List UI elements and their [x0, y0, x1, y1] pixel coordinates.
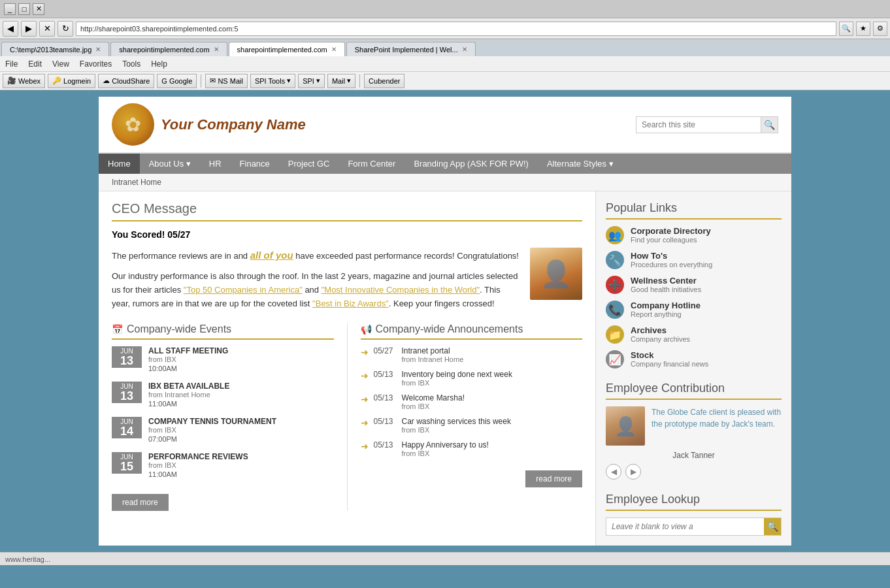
link-title-0[interactable]: Corporate Directory: [631, 226, 711, 236]
menu-view[interactable]: View: [52, 59, 69, 69]
toolbar-cubender[interactable]: Cubender: [364, 74, 404, 88]
event-time-2: 07:00PM: [148, 435, 334, 443]
address-bar[interactable]: http://sharepoint03.sharepointimplemente…: [76, 22, 836, 36]
tab-3-close[interactable]: ✕: [462, 46, 467, 53]
toolbar-cloudshare[interactable]: ☁ CloudShare: [98, 74, 154, 88]
tab-3[interactable]: SharePoint Implemented | Wel... ✕: [346, 42, 476, 56]
employee-contribution: Employee Contribution 👤 The Globe Cafe c…: [606, 382, 782, 480]
event-day-2: 14: [114, 425, 139, 437]
ceo-highlight: all of you: [250, 250, 293, 261]
announce-item-4: ➜ 05/13 Happy Anniversary to us! from IB…: [361, 440, 583, 457]
calendar-icon: 📅: [112, 324, 123, 335]
link-title-2[interactable]: Wellness Center: [631, 276, 701, 286]
ceo-photo: 👤: [530, 248, 582, 300]
toolbar-spitools[interactable]: SPI Tools ▾: [250, 74, 295, 88]
link-title-5[interactable]: Stock: [631, 350, 708, 360]
tab-1[interactable]: sharepointimplemented.com ✕: [110, 42, 227, 56]
toolbar-webex[interactable]: 🎥 Webex: [3, 74, 45, 88]
announce-item-3: ➜ 05/13 Car washing services this week f…: [361, 417, 583, 434]
el-search-btn[interactable]: 🔍: [764, 518, 781, 535]
menu-tools[interactable]: Tools: [122, 59, 140, 69]
nav-item-alternate[interactable]: Alternate Styles ▾: [538, 154, 623, 174]
event-item-1: Jun 13 IBX BETA AVAILABLE from Intranet …: [112, 382, 334, 408]
nav-item-hr[interactable]: HR: [200, 154, 231, 174]
employee-lookup: Employee Lookup 🔍: [606, 493, 782, 536]
link-title-1[interactable]: How To's: [631, 251, 712, 261]
two-columns: 📅 Company-wide Events Jun 13 ALL STAFF M…: [112, 323, 582, 511]
menu-help[interactable]: Help: [151, 59, 167, 69]
tabs-bar: C:\temp\2013teamsite.jpg ✕ sharepointimp…: [0, 39, 890, 56]
events-read-more[interactable]: read more: [112, 494, 169, 511]
status-text: www.heritag...: [5, 555, 50, 563]
forward-btn[interactable]: ▶: [21, 21, 37, 37]
ceo-link2[interactable]: "Most Innovative Companies in the World": [321, 285, 480, 295]
menu-bar: File Edit View Favorites Tools Help: [0, 56, 890, 72]
ceo-para1: The performance reviews are in and: [112, 251, 250, 261]
nav-item-formcenter[interactable]: Form Center: [338, 154, 404, 174]
announcements-read-more[interactable]: read more: [525, 470, 582, 487]
ceo-link1[interactable]: "Top 50 Companies in America": [184, 285, 303, 295]
stop-btn[interactable]: ✕: [39, 21, 55, 37]
nav-item-about[interactable]: About Us ▾: [140, 154, 200, 174]
link-info-3: Company Hotline Report anything: [631, 301, 700, 318]
announce-date-2: 05/13: [374, 393, 397, 402]
favorites-icon[interactable]: ★: [856, 22, 870, 36]
menu-edit[interactable]: Edit: [28, 59, 42, 69]
back-btn[interactable]: ◀: [3, 21, 18, 37]
nav-item-branding[interactable]: Branding App (ASK FOR PW!): [404, 154, 538, 174]
announcements-title: 📢 Company-wide Announcements: [361, 323, 583, 340]
ec-nav: ◀ ▶: [606, 464, 782, 480]
ec-next-btn[interactable]: ▶: [625, 464, 641, 480]
breadcrumb: Intranet Home: [99, 174, 791, 191]
link-title-3[interactable]: Company Hotline: [631, 301, 700, 310]
event-from-0: from IBX: [148, 355, 334, 363]
toolbar-google[interactable]: G Google: [157, 74, 197, 88]
main-layout: CEO Message You Scored! 05/27 The perfor…: [99, 191, 791, 546]
toolbar-nsmail[interactable]: ✉ NS Mail: [205, 74, 248, 88]
announce-date-4: 05/13: [374, 440, 397, 449]
event-title-0: ALL STAFF MEETING: [148, 346, 334, 355]
tab-2-close[interactable]: ✕: [331, 46, 337, 53]
event-day-1: 13: [114, 390, 139, 402]
link-title-4[interactable]: Archives: [631, 325, 690, 335]
ceo-para2d: . Keep your fingers crossed!: [389, 299, 495, 308]
nav-item-home[interactable]: Home: [99, 154, 140, 174]
announce-item-0: ➜ 05/27 Intranet portal from Intranet Ho…: [361, 346, 583, 363]
minimize-btn[interactable]: _: [4, 3, 16, 15]
tab-1-close[interactable]: ✕: [214, 46, 219, 53]
settings-icon[interactable]: ⚙: [873, 22, 887, 36]
link-desc-1: Procedures on everything: [631, 261, 712, 269]
search-icon[interactable]: 🔍: [839, 22, 853, 36]
link-info-5: Stock Company financial news: [631, 350, 708, 368]
ceo-link3[interactable]: "Best in Biz Awards": [312, 299, 389, 308]
search-button[interactable]: 🔍: [761, 117, 778, 133]
tab-2[interactable]: sharepointimplemented.com ✕: [229, 42, 345, 56]
event-day-0: 13: [114, 355, 139, 367]
menu-favorites[interactable]: Favorites: [80, 59, 112, 69]
event-time-1: 11:00AM: [148, 400, 334, 408]
menu-file[interactable]: File: [5, 59, 18, 69]
site-nav: Home About Us ▾ HR Finance Project GC Fo…: [99, 154, 791, 174]
breadcrumb-text: Intranet Home: [112, 178, 161, 187]
announce-arrow-3: ➜: [361, 417, 369, 428]
nav-item-projectgc[interactable]: Project GC: [279, 154, 339, 174]
event-item-2: Jun 14 COMPANY TENNIS TOURNAMENT from IB…: [112, 417, 334, 443]
site-container: Your Company Name 🔍 Home About Us ▾ HR F…: [99, 97, 791, 546]
ceo-photo-inner: 👤: [530, 248, 582, 300]
ceo-text: The performance reviews are in and all o…: [112, 248, 520, 310]
ec-prev-btn[interactable]: ◀: [606, 464, 621, 480]
restore-btn[interactable]: □: [18, 3, 30, 15]
el-input[interactable]: [606, 518, 764, 535]
address-text: http://sharepoint03.sharepointimplemente…: [80, 25, 239, 33]
search-input[interactable]: [636, 117, 761, 133]
toolbar-logmein[interactable]: 🔑 Logmein: [48, 74, 95, 88]
nav-item-finance[interactable]: Finance: [231, 154, 279, 174]
toolbar-spi[interactable]: SPI ▾: [298, 74, 325, 88]
close-btn[interactable]: ✕: [33, 3, 44, 15]
refresh-btn[interactable]: ↻: [58, 21, 73, 37]
tab-0-close[interactable]: ✕: [95, 46, 101, 53]
ec-name: Jack Tanner: [606, 451, 782, 460]
window-controls[interactable]: _ □ ✕: [4, 3, 44, 15]
tab-0[interactable]: C:\temp\2013teamsite.jpg ✕: [1, 42, 109, 56]
toolbar-mail[interactable]: Mail ▾: [327, 74, 355, 88]
